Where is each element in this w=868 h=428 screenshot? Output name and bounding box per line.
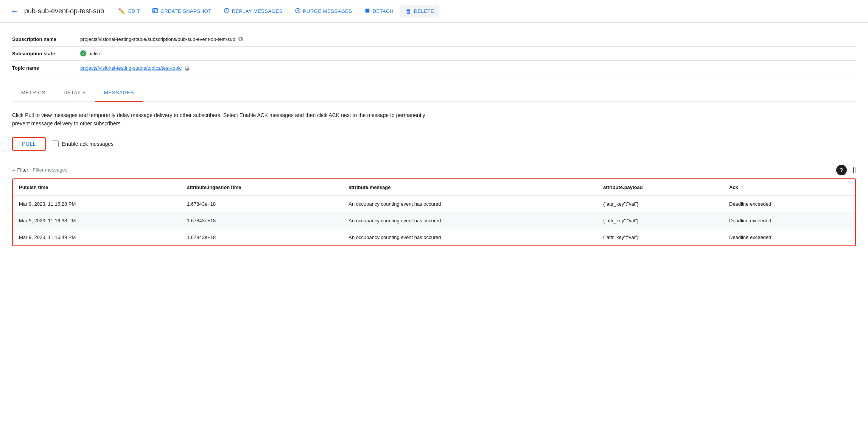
sort-ack-icon: ↑ bbox=[741, 185, 743, 190]
create-snapshot-button[interactable]: CREATE SNAPSHOT bbox=[147, 5, 216, 18]
col-message: attribute.message bbox=[342, 179, 597, 196]
table-header: Publish time attribute.ingestionTime att… bbox=[13, 179, 855, 196]
cell-publish-time: Mar 9, 2023, 11:16:49 PM bbox=[13, 229, 181, 245]
subscription-name-value: projects/visionai-testing-stable/subscri… bbox=[80, 36, 243, 42]
back-button[interactable]: ← bbox=[9, 5, 20, 17]
tab-messages[interactable]: MESSAGES bbox=[95, 84, 143, 102]
messages-table-wrapper: Publish time attribute.ingestionTime att… bbox=[12, 178, 856, 246]
filter-bar: ≡ Filter Filter messages ? ||| bbox=[12, 165, 856, 175]
cell-ingestion-time: 1.67843e+18 bbox=[181, 229, 342, 245]
replay-icon bbox=[224, 8, 230, 15]
toolbar-actions: ✏️ EDIT CREATE SNAPSHOT REPLAY MESSAGES bbox=[113, 5, 859, 18]
cell-publish-time: Mar 9, 2023, 11:16:38 PM bbox=[13, 212, 181, 229]
filter-icon: ≡ bbox=[12, 167, 15, 173]
copy-subscription-name-icon[interactable]: ⧉ bbox=[238, 36, 243, 42]
replay-messages-button[interactable]: REPLAY MESSAGES bbox=[218, 5, 288, 18]
cell-ingestion-time: 1.67843e+18 bbox=[181, 212, 342, 229]
cell-ingestion-time: 1.67843e+18 bbox=[181, 195, 342, 212]
page-title: pub-sub-event-op-test-sub bbox=[24, 7, 104, 15]
cell-message: An occupancy counting event has occured bbox=[342, 212, 597, 229]
col-publish-time: Publish time bbox=[13, 179, 181, 196]
detach-button[interactable]: DETACH bbox=[359, 5, 399, 18]
tabs: METRICS DETAILS MESSAGES bbox=[12, 84, 856, 102]
columns-icon: ||| bbox=[851, 167, 856, 173]
cell-ack: Deadline exceeded bbox=[723, 212, 855, 229]
enable-ack-checkbox[interactable] bbox=[52, 141, 59, 147]
cell-payload: {"attr_key":"val"} bbox=[597, 212, 723, 229]
topic-name-value[interactable]: projects/visionai-testing-stable/topics/… bbox=[80, 64, 189, 71]
delete-icon: 🗑 bbox=[406, 8, 412, 14]
table-row: Mar 9, 2023, 11:16:49 PM 1.67843e+18 An … bbox=[13, 229, 855, 245]
cell-message: An occupancy counting event has occured bbox=[342, 195, 597, 212]
help-button[interactable]: ? bbox=[836, 165, 847, 175]
columns-button[interactable]: ||| bbox=[851, 167, 856, 173]
edit-button[interactable]: ✏️ EDIT bbox=[113, 5, 145, 18]
subscription-name-row: Subscription name projects/visionai-test… bbox=[12, 32, 856, 47]
snapshot-icon bbox=[152, 8, 158, 15]
messages-table: Publish time attribute.ingestionTime att… bbox=[13, 179, 855, 245]
cell-message: An occupancy counting event has occured bbox=[342, 229, 597, 245]
filter-button[interactable]: ≡ Filter bbox=[12, 167, 28, 173]
subscription-name-label: Subscription name bbox=[12, 36, 80, 42]
pull-section: PULL Enable ack messages bbox=[12, 137, 856, 157]
details-section: Subscription name projects/visionai-test… bbox=[0, 23, 868, 75]
enable-ack-label: Enable ack messages bbox=[62, 141, 114, 147]
edit-icon: ✏️ bbox=[118, 8, 126, 15]
subscription-state-row: Subscription state ✓ active bbox=[12, 47, 856, 61]
detach-icon bbox=[364, 8, 370, 15]
filter-placeholder: Filter messages bbox=[33, 167, 67, 173]
messages-content: Click Pull to view messages and temporar… bbox=[0, 102, 868, 255]
tabs-section: METRICS DETAILS MESSAGES bbox=[0, 84, 868, 102]
tab-metrics[interactable]: METRICS bbox=[12, 84, 54, 102]
subscription-state-value: ✓ active bbox=[80, 50, 101, 56]
table-row: Mar 9, 2023, 11:16:28 PM 1.67843e+18 An … bbox=[13, 195, 855, 212]
tab-details[interactable]: DETAILS bbox=[54, 84, 95, 102]
cell-payload: {"attr_key":"val"} bbox=[597, 229, 723, 245]
pull-button[interactable]: PULL bbox=[12, 137, 46, 151]
svg-rect-0 bbox=[153, 9, 158, 13]
table-body: Mar 9, 2023, 11:16:28 PM 1.67843e+18 An … bbox=[13, 195, 855, 245]
topic-name-label: Topic name bbox=[12, 65, 80, 71]
topic-name-row: Topic name projects/visionai-testing-sta… bbox=[12, 61, 856, 75]
toolbar: ← pub-sub-event-op-test-sub ✏️ EDIT CREA… bbox=[0, 0, 868, 23]
status-badge: ✓ active bbox=[80, 50, 101, 56]
svg-rect-6 bbox=[365, 9, 369, 13]
cell-ack: Deadline exceeded bbox=[723, 229, 855, 245]
info-text: Click Pull to view messages and temporar… bbox=[12, 111, 428, 128]
cell-ack: Deadline exceeded bbox=[723, 195, 855, 212]
copy-topic-name-icon[interactable]: ⧉ bbox=[185, 64, 189, 71]
col-ingestion-time: attribute.ingestionTime bbox=[181, 179, 342, 196]
purge-icon bbox=[295, 8, 301, 15]
filter-left: ≡ Filter Filter messages bbox=[12, 167, 67, 173]
delete-button[interactable]: 🗑 DELETE bbox=[400, 5, 439, 17]
cell-publish-time: Mar 9, 2023, 11:16:28 PM bbox=[13, 195, 181, 212]
subscription-state-label: Subscription state bbox=[12, 51, 80, 56]
col-payload: attribute.payload bbox=[597, 179, 723, 196]
table-row: Mar 9, 2023, 11:16:38 PM 1.67843e+18 An … bbox=[13, 212, 855, 229]
svg-rect-2 bbox=[154, 11, 155, 12]
purge-messages-button[interactable]: PURGE MESSAGES bbox=[289, 5, 358, 18]
status-dot-icon: ✓ bbox=[80, 50, 86, 56]
enable-ack-checkbox-group[interactable]: Enable ack messages bbox=[52, 141, 114, 147]
col-ack[interactable]: Ack ↑ bbox=[723, 179, 855, 196]
filter-right: ? ||| bbox=[836, 165, 856, 175]
cell-payload: {"attr_key":"val"} bbox=[597, 195, 723, 212]
